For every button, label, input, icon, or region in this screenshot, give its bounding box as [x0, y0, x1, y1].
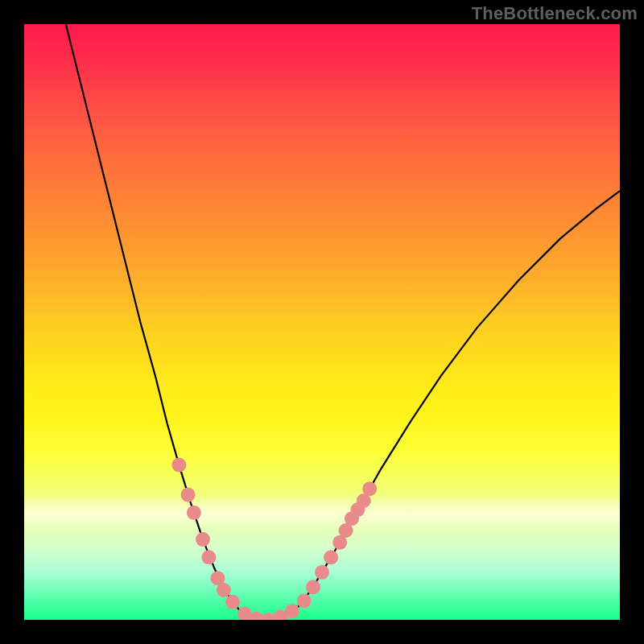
- data-dot: [217, 583, 231, 597]
- data-dot: [285, 604, 299, 618]
- data-dot: [201, 550, 216, 564]
- data-dots: [171, 458, 377, 620]
- plot-area: [24, 24, 620, 620]
- data-dot: [225, 595, 240, 609]
- data-dot: [196, 532, 210, 547]
- data-dot: [181, 488, 196, 502]
- data-dot: [306, 580, 320, 594]
- data-dot: [362, 481, 377, 496]
- data-dot: [324, 550, 338, 564]
- data-dot: [171, 458, 186, 473]
- chart-frame: TheBottleneck.com: [0, 0, 644, 644]
- data-dot: [315, 565, 329, 580]
- chart-overlay: [24, 24, 620, 620]
- data-dot: [187, 506, 201, 520]
- watermark-text: TheBottleneck.com: [472, 3, 638, 24]
- data-dot: [297, 593, 312, 608]
